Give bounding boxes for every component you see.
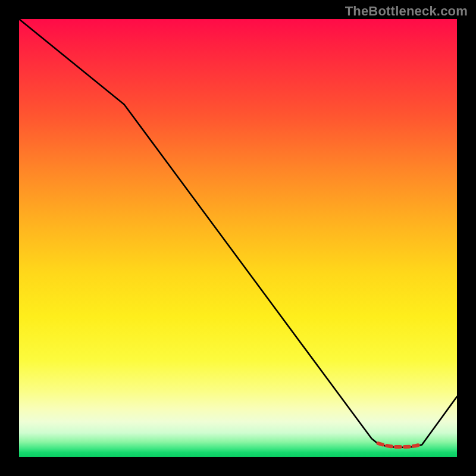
- chart-curve: [19, 19, 457, 457]
- chart-plot-area: [19, 19, 457, 457]
- watermark-text: TheBottleneck.com: [345, 4, 468, 19]
- series-line: [19, 19, 457, 447]
- minimum-dashed-marker: [378, 443, 422, 447]
- chart-frame: TheBottleneck.com: [0, 0, 476, 476]
